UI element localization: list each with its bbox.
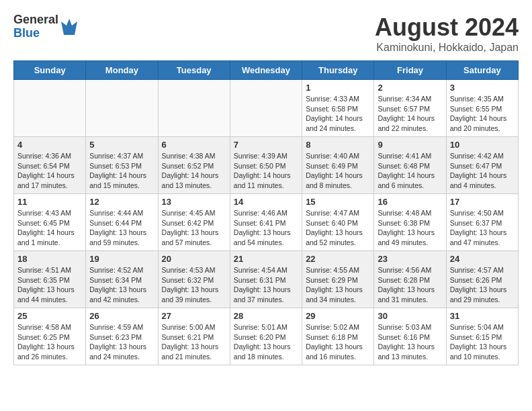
day-info: Sunrise: 4:39 AM Sunset: 6:50 PM Dayligh… (234, 151, 298, 191)
calendar-day-cell: 10Sunrise: 4:42 AM Sunset: 6:47 PM Dayli… (446, 137, 518, 194)
logo-general-text: General (13, 13, 58, 27)
calendar-day-cell: 22Sunrise: 4:55 AM Sunset: 6:29 PM Dayli… (302, 251, 374, 308)
calendar-week-row: 18Sunrise: 4:51 AM Sunset: 6:35 PM Dayli… (14, 251, 519, 308)
day-number: 26 (89, 311, 154, 321)
weekday-header-saturday: Saturday (446, 61, 518, 80)
day-number: 13 (162, 197, 226, 207)
calendar-day-cell: 27Sunrise: 5:00 AM Sunset: 6:21 PM Dayli… (158, 308, 230, 365)
day-info: Sunrise: 5:00 AM Sunset: 6:21 PM Dayligh… (162, 322, 226, 362)
logo: General Blue (13, 13, 80, 40)
day-info: Sunrise: 4:54 AM Sunset: 6:31 PM Dayligh… (234, 265, 298, 305)
day-number: 6 (162, 140, 226, 150)
day-number: 5 (89, 140, 154, 150)
calendar-day-cell: 9Sunrise: 4:41 AM Sunset: 6:48 PM Daylig… (374, 137, 446, 194)
calendar-day-cell: 21Sunrise: 4:54 AM Sunset: 6:31 PM Dayli… (230, 251, 302, 308)
day-info: Sunrise: 4:50 AM Sunset: 6:37 PM Dayligh… (450, 208, 515, 248)
calendar-day-cell: 14Sunrise: 4:46 AM Sunset: 6:41 PM Dayli… (230, 194, 302, 251)
day-info: Sunrise: 5:02 AM Sunset: 6:18 PM Dayligh… (306, 322, 370, 362)
day-info: Sunrise: 4:38 AM Sunset: 6:52 PM Dayligh… (162, 151, 226, 191)
calendar-day-cell: 17Sunrise: 4:50 AM Sunset: 6:37 PM Dayli… (446, 194, 518, 251)
day-info: Sunrise: 4:56 AM Sunset: 6:28 PM Dayligh… (378, 265, 442, 305)
day-number: 1 (306, 83, 370, 93)
day-number: 15 (306, 197, 370, 207)
day-info: Sunrise: 4:46 AM Sunset: 6:41 PM Dayligh… (234, 208, 298, 248)
calendar-day-cell: 4Sunrise: 4:36 AM Sunset: 6:54 PM Daylig… (14, 137, 86, 194)
calendar-day-cell: 23Sunrise: 4:56 AM Sunset: 6:28 PM Dayli… (374, 251, 446, 308)
day-number: 18 (17, 254, 82, 264)
day-number: 25 (17, 311, 82, 321)
svg-marker-0 (61, 19, 77, 35)
day-number: 4 (17, 140, 82, 150)
day-number: 27 (162, 311, 226, 321)
day-info: Sunrise: 4:55 AM Sunset: 6:29 PM Dayligh… (306, 265, 370, 305)
day-number: 30 (378, 311, 442, 321)
calendar-day-cell: 13Sunrise: 4:45 AM Sunset: 6:42 PM Dayli… (158, 194, 230, 251)
calendar-day-cell (86, 80, 158, 137)
calendar-week-row: 11Sunrise: 4:43 AM Sunset: 6:45 PM Dayli… (14, 194, 519, 251)
calendar-day-cell: 29Sunrise: 5:02 AM Sunset: 6:18 PM Dayli… (302, 308, 374, 365)
weekday-header-monday: Monday (86, 61, 158, 80)
location-subtitle: Kaminokuni, Hokkaido, Japan (375, 42, 519, 54)
calendar-day-cell: 7Sunrise: 4:39 AM Sunset: 6:50 PM Daylig… (230, 137, 302, 194)
logo-blue-text: Blue (13, 27, 58, 40)
day-info: Sunrise: 5:03 AM Sunset: 6:16 PM Dayligh… (378, 322, 442, 362)
calendar-day-cell: 26Sunrise: 4:59 AM Sunset: 6:23 PM Dayli… (86, 308, 158, 365)
day-number: 20 (162, 254, 226, 264)
calendar-day-cell: 24Sunrise: 4:57 AM Sunset: 6:26 PM Dayli… (446, 251, 518, 308)
calendar-day-cell: 20Sunrise: 4:53 AM Sunset: 6:32 PM Dayli… (158, 251, 230, 308)
day-info: Sunrise: 4:35 AM Sunset: 6:55 PM Dayligh… (450, 94, 515, 134)
day-info: Sunrise: 4:33 AM Sunset: 6:58 PM Dayligh… (306, 94, 370, 134)
calendar-table: SundayMondayTuesdayWednesdayThursdayFrid… (13, 60, 519, 365)
calendar-day-cell: 18Sunrise: 4:51 AM Sunset: 6:35 PM Dayli… (14, 251, 86, 308)
day-info: Sunrise: 4:58 AM Sunset: 6:25 PM Dayligh… (17, 322, 82, 362)
calendar-day-cell (230, 80, 302, 137)
day-number: 3 (450, 83, 515, 93)
calendar-header-row: SundayMondayTuesdayWednesdayThursdayFrid… (14, 61, 519, 80)
calendar-week-row: 25Sunrise: 4:58 AM Sunset: 6:25 PM Dayli… (14, 308, 519, 365)
weekday-header-sunday: Sunday (14, 61, 86, 80)
day-number: 12 (89, 197, 154, 207)
weekday-header-thursday: Thursday (302, 61, 374, 80)
day-info: Sunrise: 4:52 AM Sunset: 6:34 PM Dayligh… (89, 265, 154, 305)
day-info: Sunrise: 4:34 AM Sunset: 6:57 PM Dayligh… (378, 94, 442, 134)
month-year-title: August 2024 (375, 13, 519, 42)
calendar-day-cell: 19Sunrise: 4:52 AM Sunset: 6:34 PM Dayli… (86, 251, 158, 308)
calendar-day-cell: 25Sunrise: 4:58 AM Sunset: 6:25 PM Dayli… (14, 308, 86, 365)
calendar-day-cell: 2Sunrise: 4:34 AM Sunset: 6:57 PM Daylig… (374, 80, 446, 137)
calendar-day-cell: 16Sunrise: 4:48 AM Sunset: 6:38 PM Dayli… (374, 194, 446, 251)
day-number: 21 (234, 254, 298, 264)
day-info: Sunrise: 4:41 AM Sunset: 6:48 PM Dayligh… (378, 151, 442, 191)
calendar-day-cell: 15Sunrise: 4:47 AM Sunset: 6:40 PM Dayli… (302, 194, 374, 251)
day-number: 10 (450, 140, 515, 150)
calendar-day-cell: 3Sunrise: 4:35 AM Sunset: 6:55 PM Daylig… (446, 80, 518, 137)
day-number: 24 (450, 254, 515, 264)
day-number: 14 (234, 197, 298, 207)
day-number: 17 (450, 197, 515, 207)
calendar-day-cell (158, 80, 230, 137)
day-info: Sunrise: 4:51 AM Sunset: 6:35 PM Dayligh… (17, 265, 82, 305)
day-info: Sunrise: 4:48 AM Sunset: 6:38 PM Dayligh… (378, 208, 442, 248)
calendar-day-cell: 31Sunrise: 5:04 AM Sunset: 6:15 PM Dayli… (446, 308, 518, 365)
day-info: Sunrise: 4:45 AM Sunset: 6:42 PM Dayligh… (162, 208, 226, 248)
day-number: 29 (306, 311, 370, 321)
day-number: 16 (378, 197, 442, 207)
day-info: Sunrise: 4:57 AM Sunset: 6:26 PM Dayligh… (450, 265, 515, 305)
page-header: General Blue August 2024 Kaminokuni, Hok… (13, 13, 519, 54)
day-number: 7 (234, 140, 298, 150)
calendar-day-cell: 11Sunrise: 4:43 AM Sunset: 6:45 PM Dayli… (14, 194, 86, 251)
weekday-header-friday: Friday (374, 61, 446, 80)
day-number: 11 (17, 197, 82, 207)
weekday-header-tuesday: Tuesday (158, 61, 230, 80)
calendar-day-cell: 28Sunrise: 5:01 AM Sunset: 6:20 PM Dayli… (230, 308, 302, 365)
weekday-header-wednesday: Wednesday (230, 61, 302, 80)
calendar-day-cell: 12Sunrise: 4:44 AM Sunset: 6:44 PM Dayli… (86, 194, 158, 251)
day-number: 19 (89, 254, 154, 264)
day-number: 31 (450, 311, 515, 321)
calendar-day-cell (14, 80, 86, 137)
day-number: 9 (378, 140, 442, 150)
day-number: 8 (306, 140, 370, 150)
calendar-day-cell: 5Sunrise: 4:37 AM Sunset: 6:53 PM Daylig… (86, 137, 158, 194)
day-info: Sunrise: 4:59 AM Sunset: 6:23 PM Dayligh… (89, 322, 154, 362)
day-number: 28 (234, 311, 298, 321)
calendar-day-cell: 1Sunrise: 4:33 AM Sunset: 6:58 PM Daylig… (302, 80, 374, 137)
